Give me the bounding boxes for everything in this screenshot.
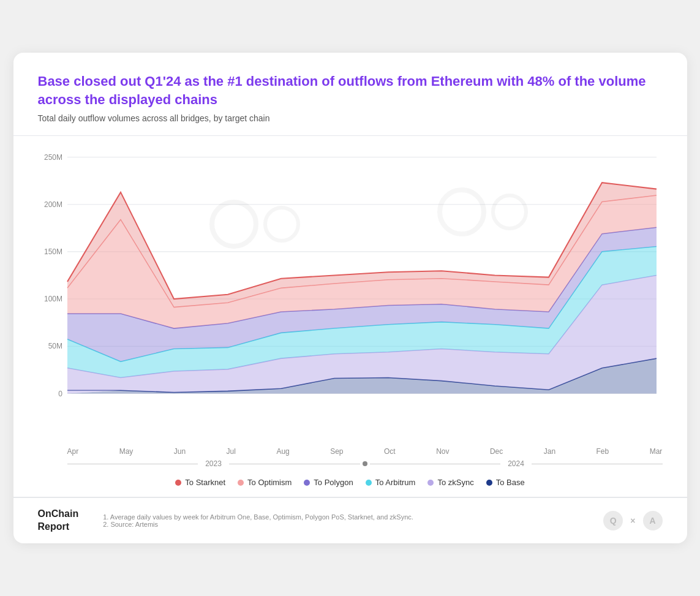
chart-svg: 250M 200M 150M 100M 50M 0	[38, 151, 663, 445]
legend-label-arbitrum: To Arbitrum	[375, 478, 416, 487]
year-line-left	[67, 464, 198, 464]
chart-area: 250M 200M 150M 100M 50M 0	[13, 136, 687, 468]
legend-label-polygon: To Polygon	[314, 478, 353, 487]
x-label-oct: Oct	[384, 447, 396, 456]
x-label-jul: Jul	[227, 447, 236, 456]
svg-text:150M: 150M	[44, 247, 62, 256]
logo-q: Q	[603, 511, 623, 530]
x-label-jan: Jan	[544, 447, 555, 456]
svg-text:100M: 100M	[44, 295, 62, 303]
year-2023-label: 2023	[198, 459, 229, 468]
legend-starknet: To Starknet	[175, 478, 225, 487]
card-header: Base closed out Q1'24 as the #1 destinat…	[13, 53, 687, 135]
x-label-mar: Mar	[650, 447, 663, 456]
year-labels-row: 2023 2024	[38, 459, 663, 468]
footer-logos: Q × A	[603, 511, 662, 530]
legend-arbitrum: To Arbitrum	[366, 478, 416, 487]
chart-subtitle: Total daily outflow volumes across all b…	[38, 113, 663, 123]
card-footer: OnChainReport 1. Average daily values by…	[13, 497, 687, 543]
x-label-nov: Nov	[436, 447, 449, 456]
footer-notes: 1. Average daily values by week for Arbi…	[78, 513, 603, 528]
x-axis-labels: Apr May Jun Jul Aug Sep Oct Nov Dec Jan …	[38, 447, 663, 456]
legend-dot-base	[486, 480, 492, 486]
legend-label-base: To Base	[496, 478, 525, 487]
logo-a: A	[643, 511, 663, 530]
svg-text:0: 0	[58, 390, 62, 398]
main-card: Base closed out Q1'24 as the #1 destinat…	[13, 53, 687, 543]
legend-base: To Base	[486, 478, 525, 487]
legend-label-zksync: To zkSync	[437, 478, 473, 487]
legend-dot-starknet	[175, 480, 181, 486]
year-line-end	[532, 464, 663, 464]
x-label-sep: Sep	[330, 447, 343, 456]
legend-dot-optimism	[238, 480, 244, 486]
chart-container: 250M 200M 150M 100M 50M 0	[38, 151, 663, 445]
legend-label-starknet: To Starknet	[185, 478, 225, 487]
x-label-apr: Apr	[67, 447, 79, 456]
x-label-feb: Feb	[597, 447, 609, 456]
legend-label-optimism: To Optimism	[247, 478, 292, 487]
legend-polygon: To Polygon	[304, 478, 353, 487]
legend-optimism: To Optimism	[238, 478, 292, 487]
chart-legend: To Starknet To Optimism To Polygon To Ar…	[13, 468, 687, 497]
footer-note-1: 1. Average daily values by week for Arbi…	[103, 513, 579, 521]
legend-dot-zksync	[427, 480, 434, 486]
x-label-jun: Jun	[174, 447, 186, 456]
footer-note-2: 2. Source: Artemis	[103, 521, 579, 528]
year-divider-dot	[363, 461, 367, 466]
legend-dot-arbitrum	[366, 480, 372, 486]
svg-text:250M: 250M	[44, 153, 62, 162]
x-label-may: May	[119, 447, 134, 456]
year-2024-label: 2024	[500, 459, 532, 468]
svg-text:200M: 200M	[44, 200, 62, 209]
legend-dot-polygon	[304, 480, 310, 486]
year-line-right2	[370, 464, 501, 464]
x-label-dec: Dec	[490, 447, 503, 456]
year-line-mid	[229, 464, 360, 464]
chart-title: Base closed out Q1'24 as the #1 destinat…	[38, 72, 663, 108]
logo-x: ×	[630, 516, 635, 526]
x-label-aug: Aug	[276, 447, 289, 456]
legend-zksync: To zkSync	[427, 478, 473, 487]
brand-name: OnChainReport	[38, 508, 79, 534]
svg-text:50M: 50M	[48, 342, 62, 351]
